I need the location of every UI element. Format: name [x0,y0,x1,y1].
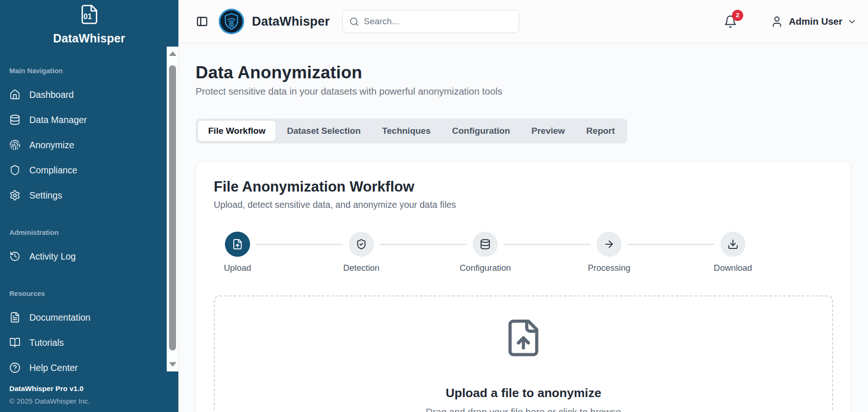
step-label: Configuration [460,263,511,273]
section-label-main-navigation: Main Navigation [0,67,178,75]
shield-privacy-logo-icon[interactable] [218,8,245,35]
sidebar-toggle-button[interactable] [196,14,210,28]
sidebar-item-label: Settings [29,190,62,201]
step-download: Download [720,232,746,273]
arrow-right-icon [604,239,615,250]
tab-preview[interactable]: Preview [521,121,575,141]
sidebar-logo: 01 DataWhisper [0,0,178,45]
book-open-icon [9,337,20,348]
workflow-title: File Anonymization Workflow [214,179,833,195]
user-name: Admin User [789,16,842,27]
history-icon [9,251,20,262]
sidebar-nav-resources: Documentation Tutorials Help Center [0,305,178,380]
sidebar-item-label: Compliance [29,165,77,176]
search-icon [349,17,359,27]
sidebar-scrollbar[interactable] [167,47,178,371]
content-column: DataWhisper 2 Admin User Data Anonymizat… [179,0,868,412]
file-up-icon [503,318,543,358]
sidebar-item-compliance[interactable]: Compliance [0,158,178,183]
sidebar-item-tutorials[interactable]: Tutorials [0,330,178,355]
step-processing: Processing [597,232,622,273]
sidebar-item-label: Help Center [29,363,78,373]
search-input[interactable] [364,16,512,27]
file-01-icon: 01 [79,4,100,25]
sidebar-item-anonymize[interactable]: Anonymize [0,132,178,158]
scrollbar-thumb[interactable] [169,65,176,350]
step-label: Upload [224,263,251,273]
sidebar-nav-administration: Activity Log [0,244,178,269]
panel-left-icon [196,15,209,28]
person-icon [771,15,783,28]
step-upload-circle [225,232,250,257]
sidebar-item-dashboard[interactable]: Dashboard [0,82,178,107]
copyright: © 2025 DataWhisper Inc. [9,397,149,405]
svg-text:01: 01 [83,12,92,21]
step-label: Download [714,263,752,273]
main-content: Data Anonymization Protect sensitive dat… [179,43,868,412]
sidebar-item-label: Data Manager [29,115,87,125]
notifications-button[interactable]: 2 [724,15,737,28]
database-icon [9,114,20,125]
sidebar-app-title: DataWhisper [0,32,178,45]
scrollbar-down-arrow[interactable] [169,362,176,367]
step-label: Processing [588,263,631,273]
workflow-stepper: Upload Detection Configuration [214,232,833,273]
workflow-subtitle: Upload, detect sensitive data, and anony… [214,199,833,210]
sidebar-item-settings[interactable]: Settings [0,183,178,208]
step-processing-circle [597,232,622,257]
page-title: Data Anonymization [196,63,851,82]
section-label-resources: Resources [0,289,178,297]
workflow-card: File Anonymization Workflow Upload, dete… [196,161,851,412]
tab-techniques[interactable]: Techniques [372,121,441,141]
dropzone-title: Upload a file to anonymize [215,386,832,400]
home-icon [9,89,20,100]
shield-check-icon [356,239,367,250]
document-icon [9,312,20,323]
sidebar-item-data-manager[interactable]: Data Manager [0,107,178,132]
file-dropzone[interactable]: Upload a file to anonymize Drag and drop… [214,295,833,412]
tab-dataset-selection[interactable]: Dataset Selection [277,121,371,141]
section-label-administration: Administration [0,228,178,236]
chevron-down-icon [847,17,857,27]
step-connector [380,244,467,245]
sidebar-item-label: Tutorials [29,337,64,348]
sidebar-item-label: Activity Log [29,251,76,262]
sidebar-item-label: Anonymize [29,140,74,151]
tab-configuration[interactable]: Configuration [442,121,521,141]
sidebar-footer: DataWhisper Pro v1.0 © 2025 DataWhisper … [9,385,149,405]
database-icon [480,239,491,250]
dropzone-subtitle: Drag and drop your file here or click to… [215,406,832,412]
fingerprint-icon [9,139,20,151]
user-menu-button[interactable]: Admin User [771,15,857,28]
help-circle-icon [9,362,20,373]
notification-count-badge: 2 [732,10,743,21]
scrollbar-up-arrow[interactable] [169,51,176,56]
brand-title: DataWhisper [252,14,330,29]
sidebar-item-label: Dashboard [29,89,74,100]
step-configuration-circle [473,232,498,257]
download-icon [727,239,739,250]
sidebar-item-activity-log[interactable]: Activity Log [0,244,178,269]
step-label: Detection [343,263,380,273]
tab-file-workflow[interactable]: File Workflow [198,121,276,141]
tab-report[interactable]: Report [576,121,625,141]
sidebar-item-label: Documentation [29,312,90,323]
page-subtitle: Protect sensitive data in your datasets … [196,86,851,97]
shield-icon [9,165,20,176]
top-header: DataWhisper 2 Admin User [179,0,868,43]
step-download-circle [720,232,746,257]
search-box [342,10,519,33]
step-detection: Detection [349,232,374,273]
sidebar-item-help-center[interactable]: Help Center [0,355,178,380]
workflow-tabs: File Workflow Dataset Selection Techniqu… [196,118,627,144]
file-up-icon [232,239,243,250]
step-upload: Upload [225,232,250,273]
sidebar-nav-main: Dashboard Data Manager Anonymize Complia… [0,82,178,208]
step-connector [256,244,343,245]
step-configuration: Configuration [473,232,498,273]
sidebar: 01 DataWhisper Main Navigation Dashboard… [0,0,179,412]
step-connector [627,244,715,245]
step-connector [503,244,591,245]
sidebar-item-documentation[interactable]: Documentation [0,305,178,330]
step-detection-circle [349,232,374,257]
